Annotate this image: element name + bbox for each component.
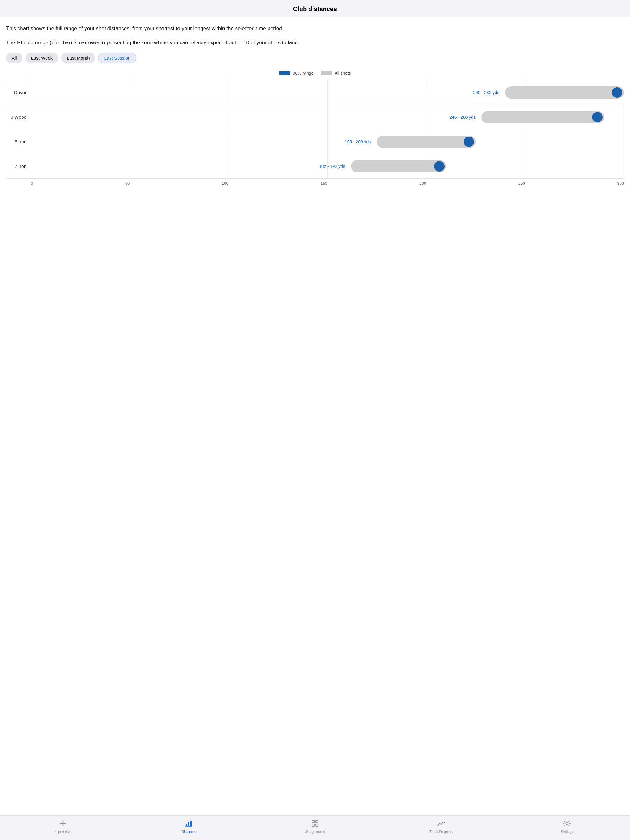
svg-rect-4 [190,821,192,826]
club-label-5-iron: 5 Iron [6,139,31,144]
bar-area: 246 - 260 yds [31,105,624,129]
bottom-nav: Import data Distances Wedge matrix Track… [0,815,630,840]
nav-item-wedge-matrix[interactable]: Wedge matrix [252,819,378,834]
bar-chart-icon [185,819,193,829]
filter-btn-all[interactable]: All [6,52,22,63]
bar-area: 195 - 209 yds [31,129,624,154]
header: Club distances [0,0,630,17]
chart-row: Driver260 - 282 yds [6,80,624,105]
range-label: 246 - 260 yds [450,115,476,120]
x-tick: 150 [321,181,327,186]
legend: 90% range All shots [6,71,624,76]
x-tick: 250 [518,181,525,186]
chart-row: 5 Iron195 - 209 yds [6,129,624,154]
x-tick: 100 [222,181,229,186]
range-label: 195 - 209 yds [345,139,371,144]
bar-area: 182 - 192 yds [31,154,624,178]
svg-point-10 [566,822,568,824]
grid-icon [311,819,319,829]
gear-icon [563,819,571,829]
blue-dot [434,161,445,172]
nav-label-import: Import data [54,830,72,834]
nav-item-settings[interactable]: Settings [504,819,630,834]
nav-label-distances: Distances [182,830,196,834]
svg-rect-2 [186,824,187,826]
club-label-driver: Driver [6,90,31,95]
bar-area: 260 - 282 yds [31,80,624,104]
svg-rect-3 [188,822,190,826]
nav-item-track-progress[interactable]: Track Progress [378,819,504,834]
x-tick: 0 [31,181,33,186]
range-label: 260 - 282 yds [473,90,499,95]
blue-dot [464,136,474,147]
blue-dot [592,112,603,122]
chart-area: Driver260 - 282 yds3 Wood246 - 260 yds5 … [6,80,624,186]
filter-row: AllLast WeekLast MonthLast Session [6,52,624,63]
svg-rect-8 [312,824,314,826]
legend-gray-label: All shots [334,71,351,76]
main-content: This chart shows the full range of your … [0,17,630,815]
trend-icon [437,819,445,829]
chart-row: 7 Iron182 - 192 yds [6,154,624,178]
legend-gray-swatch [321,71,332,75]
nav-label-wedge-matrix: Wedge matrix [304,830,326,834]
legend-blue-swatch [279,71,290,75]
nav-item-distances[interactable]: Distances [126,819,252,834]
chart-rows: Driver260 - 282 yds3 Wood246 - 260 yds5 … [6,80,624,178]
x-tick: 50 [125,181,130,186]
chart-row: 3 Wood246 - 260 yds [6,105,624,129]
legend-blue-label: 90% range [293,71,314,76]
legend-gray-item: All shots [321,71,351,76]
description-para2: The labeled range (blue bar) is narrower… [6,39,624,47]
filter-btn-last-session[interactable]: Last Session [98,52,136,63]
legend-blue-item: 90% range [279,71,314,76]
x-tick: 200 [419,181,426,186]
range-label: 182 - 192 yds [319,164,345,169]
svg-rect-6 [312,820,314,823]
club-label-7-iron: 7 Iron [6,164,31,169]
plus-icon [59,819,67,829]
nav-label-settings: Settings [561,830,573,834]
bar-all-shots [481,111,604,123]
description-para1: This chart shows the full range of your … [6,25,624,33]
nav-label-track-progress: Track Progress [429,830,452,834]
bar-all-shots [377,136,476,148]
blue-dot [612,87,622,98]
filter-btn-last-week[interactable]: Last Week [25,52,59,63]
svg-rect-7 [316,820,318,823]
bar-all-shots [505,87,624,99]
club-label-3-wood: 3 Wood [6,114,31,120]
bar-all-shots [351,160,446,172]
nav-item-import[interactable]: Import data [0,819,126,834]
x-tick: 300 [617,181,624,186]
svg-rect-9 [316,824,318,826]
page-title: Club distances [293,6,337,12]
x-axis: 050100150200250300 [31,178,624,186]
filter-btn-last-month[interactable]: Last Month [61,52,95,63]
